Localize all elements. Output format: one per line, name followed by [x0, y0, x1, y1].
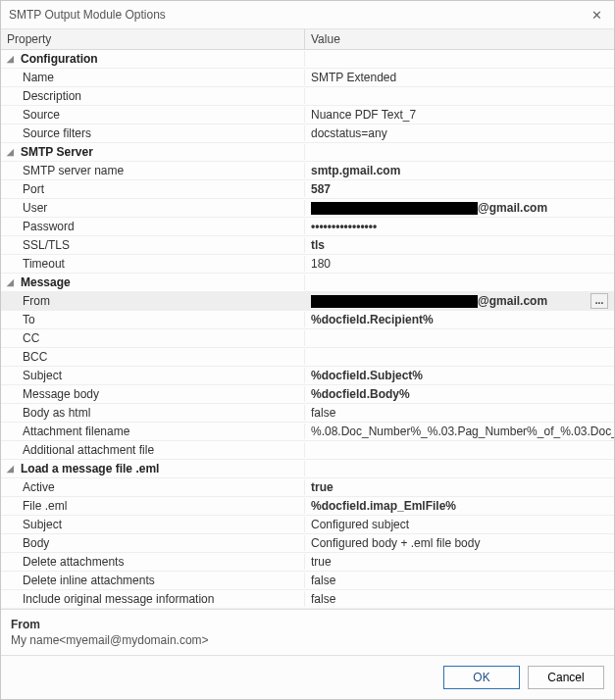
row-delete-inline-attachments[interactable]: Delete inline attachments false	[1, 572, 614, 590]
ellipsis-button[interactable]: ...	[590, 293, 608, 309]
section-smtp-server[interactable]: ◢SMTP Server	[1, 143, 614, 162]
smtp-options-dialog: SMTP Output Module Options ✕ Property Va…	[0, 0, 615, 700]
section-message[interactable]: ◢Message	[1, 274, 614, 292]
chevron-down-icon: ◢	[7, 464, 19, 474]
description-panel: From My name<myemail@mydomain.com>	[1, 610, 614, 655]
description-title: From	[11, 618, 604, 631]
row-eml-file[interactable]: File .eml %docfield.imap_EmlFile%	[1, 497, 614, 516]
row-eml-active[interactable]: Active true	[1, 478, 614, 497]
row-user[interactable]: User @gmail.com	[1, 199, 614, 218]
row-source-filters[interactable]: Source filters docstatus=any	[1, 125, 614, 143]
description-text: My name<myemail@mydomain.com>	[11, 633, 604, 647]
redacted-from	[311, 295, 478, 308]
column-header-value[interactable]: Value	[305, 29, 614, 49]
chevron-down-icon: ◢	[7, 147, 19, 157]
button-bar: OK Cancel	[1, 655, 614, 699]
row-message-body[interactable]: Message body %docfield.Body%	[1, 385, 614, 404]
titlebar: SMTP Output Module Options ✕	[1, 1, 614, 29]
close-icon[interactable]: ✕	[587, 8, 606, 23]
chevron-down-icon: ◢	[7, 277, 19, 287]
row-password[interactable]: Password ••••••••••••••••	[1, 218, 614, 236]
row-bcc[interactable]: BCC	[1, 348, 614, 367]
redacted-user	[311, 202, 478, 215]
section-configuration[interactable]: ◢Configuration	[1, 50, 614, 69]
window-title: SMTP Output Module Options	[9, 8, 587, 22]
row-description[interactable]: Description	[1, 87, 614, 106]
row-cc[interactable]: CC	[1, 329, 614, 348]
row-to[interactable]: To %docfield.Recipient%	[1, 311, 614, 329]
section-load-eml[interactable]: ◢Load a message file .eml	[1, 460, 614, 478]
chevron-down-icon: ◢	[7, 54, 19, 64]
row-attachment-filename[interactable]: Attachment filename %.08.Doc_Number%_%.0…	[1, 423, 614, 441]
row-include-original-info[interactable]: Include original message information fal…	[1, 590, 614, 609]
row-eml-body[interactable]: Body Configured body + .eml file body	[1, 534, 614, 553]
row-eml-subject[interactable]: Subject Configured subject	[1, 516, 614, 534]
column-header-property[interactable]: Property	[1, 29, 305, 49]
grid-header: Property Value	[1, 29, 614, 50]
row-additional-attachment[interactable]: Additional attachment file	[1, 441, 614, 460]
row-ssl-tls[interactable]: SSL/TLS tls	[1, 236, 614, 255]
row-name[interactable]: Name SMTP Extended	[1, 69, 614, 87]
property-grid: ◢Configuration Name SMTP Extended Descri…	[1, 50, 614, 610]
row-delete-attachments[interactable]: Delete attachments true	[1, 553, 614, 572]
row-port[interactable]: Port 587	[1, 180, 614, 199]
row-subject[interactable]: Subject %docfield.Subject%	[1, 367, 614, 385]
row-timeout[interactable]: Timeout 180	[1, 255, 614, 274]
row-source[interactable]: Source Nuance PDF Text_7	[1, 106, 614, 125]
cancel-button[interactable]: Cancel	[528, 666, 604, 689]
row-from[interactable]: From @gmail.com ...	[1, 292, 614, 311]
row-body-as-html[interactable]: Body as html false	[1, 404, 614, 423]
row-smtp-server-name[interactable]: SMTP server name smtp.gmail.com	[1, 162, 614, 180]
ok-button[interactable]: OK	[443, 666, 520, 689]
